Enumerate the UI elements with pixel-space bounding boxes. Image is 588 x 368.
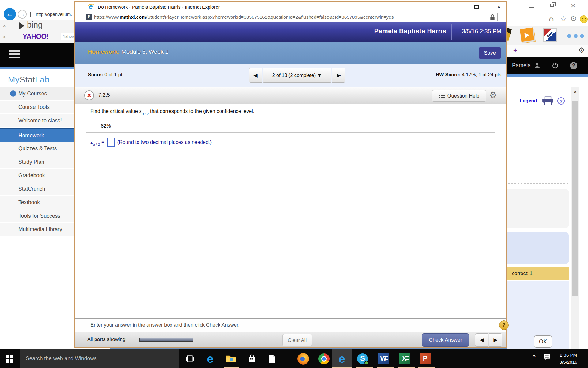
sidebar-item-textbook[interactable]: Textbook xyxy=(0,196,75,209)
firefox-icon xyxy=(297,353,309,365)
close-window-icon[interactable]: × xyxy=(570,2,576,9)
add-tab-plus-icon[interactable]: + xyxy=(513,47,517,55)
sidebar-item-tools-for-success[interactable]: Tools for Success xyxy=(0,209,75,222)
clear-all-button[interactable]: Clear All xyxy=(282,334,312,346)
sidebar-item-study-plan[interactable]: Study Plan xyxy=(0,155,75,168)
save-button[interactable]: Save xyxy=(479,47,501,59)
help-icon[interactable]: ? xyxy=(570,62,577,69)
close-button[interactable]: × xyxy=(497,3,501,10)
more-options-dots-icon[interactable] xyxy=(567,34,586,39)
forward-button[interactable]: → xyxy=(18,10,27,19)
settings-gear-icon[interactable]: ⚙ xyxy=(570,14,577,23)
notification-center-button[interactable] xyxy=(543,353,551,362)
windows-logo-icon xyxy=(6,355,13,363)
internet-explorer-icon: e xyxy=(87,3,95,10)
question-prompt: Find the critical value zα / 2 that corr… xyxy=(90,108,254,115)
sidebar-item-statcrunch[interactable]: StatCrunch xyxy=(0,182,75,195)
taskbar-edge-button[interactable]: e xyxy=(203,351,217,366)
tray-show-hidden-icons-button[interactable]: ^ xyxy=(532,353,536,360)
question-settings-gear-icon[interactable]: ⚙ xyxy=(489,90,497,100)
lock-icon xyxy=(490,14,495,20)
person-icon[interactable] xyxy=(534,62,541,69)
taskbar-search-input[interactable] xyxy=(20,349,179,368)
sidebar-item-welcome[interactable]: Welcome to class! xyxy=(0,114,75,127)
powerpoint-icon: P xyxy=(420,353,431,364)
scrollbar-up-arrow[interactable]: ^ xyxy=(571,88,579,98)
question-toolbar: × 7.2.5 Question Help ⚙ xyxy=(75,87,506,104)
bing-tiles-icon[interactable]: ▶ xyxy=(520,28,534,42)
sidebar-item-label: Quizzes & Tests xyxy=(18,145,57,151)
forward-icon: → xyxy=(20,11,25,17)
feedback-smiley-icon[interactable] xyxy=(580,15,588,23)
check-answer-button[interactable]: Check Answer xyxy=(422,333,469,347)
close-bing-toolbar-button[interactable]: x xyxy=(3,23,6,28)
sidebar-item-label: My Courses xyxy=(18,90,47,97)
sidebar-item-gradebook[interactable]: Gradebook xyxy=(0,169,75,182)
minimize-button[interactable] xyxy=(450,7,456,7)
help-question-icon[interactable]: ? xyxy=(499,320,509,330)
back-button[interactable]: ← xyxy=(4,8,16,20)
power-icon[interactable] xyxy=(552,62,559,69)
taskbar-document-button[interactable] xyxy=(265,351,279,366)
legend-panel-lavender xyxy=(502,232,569,264)
yahoo-logo[interactable]: YAHOO! xyxy=(23,33,48,41)
maximize-button[interactable] xyxy=(474,5,479,9)
favorites-star-icon[interactable]: ☆ xyxy=(560,14,567,23)
sidebar-item-quizzes-tests[interactable]: Quizzes & Tests xyxy=(0,142,75,155)
all-parts-label: All parts showing xyxy=(87,336,126,342)
taskbar-firefox-button[interactable] xyxy=(296,351,311,366)
scrollbar-thumb[interactable] xyxy=(572,101,578,296)
next-question-button[interactable]: ▶ xyxy=(332,68,345,83)
taskbar-excel-button[interactable]: X xyxy=(397,351,412,366)
footer-previous-button[interactable]: ◀ xyxy=(475,333,488,347)
sidebar-item-multimedia-library[interactable]: Multimedia Library xyxy=(0,223,75,236)
taskbar-skype-button[interactable]: S xyxy=(355,351,370,366)
window-titlebar[interactable]: e Do Homework - Pamela Baptiste Harris -… xyxy=(75,2,506,12)
close-yahoo-toolbar-button[interactable]: x xyxy=(3,34,6,39)
ok-button[interactable]: OK xyxy=(534,335,552,348)
question-select-dropdown[interactable]: 2 of 13 (2 complete) ▼ xyxy=(263,68,331,83)
taskbar-store-button[interactable] xyxy=(244,351,259,366)
taskbar-word-button[interactable]: W xyxy=(376,351,391,366)
hamburger-menu-icon[interactable] xyxy=(9,50,20,60)
sidebar-item-label: Tools for Success xyxy=(18,213,60,219)
task-view-button[interactable] xyxy=(183,351,197,366)
sidebar-item-label: Multimedia Library xyxy=(18,226,62,232)
start-button[interactable] xyxy=(0,349,19,368)
score-text: Score: 0 of 1 pt xyxy=(88,72,122,78)
bing-label[interactable]: bing xyxy=(27,20,43,30)
dashed-divider xyxy=(508,183,568,184)
previous-question-button[interactable]: ◀ xyxy=(249,68,262,83)
legend-help-icon[interactable]: ? xyxy=(557,97,565,105)
question-help-label: Question Help xyxy=(447,93,480,99)
account-bar: Pamela ? xyxy=(504,57,588,74)
page-settings-gear-icon[interactable]: ⚙ xyxy=(578,46,585,55)
notification-icon xyxy=(543,353,551,361)
url-field[interactable]: P https://www.mathxl.com/Student/PlayerH… xyxy=(84,13,498,21)
taskbar-powerpoint-button[interactable]: P xyxy=(418,351,432,366)
legend-link[interactable]: Legend xyxy=(520,98,537,104)
home-icon[interactable]: ⌂ xyxy=(549,14,554,23)
restore-window-icon[interactable] xyxy=(550,4,554,7)
footer-next-button[interactable]: ▶ xyxy=(489,333,502,347)
correct-count-row: correct: 1 xyxy=(502,267,569,280)
sidebar-item-label: Welcome to class! xyxy=(18,117,62,124)
show-desktop-edge[interactable] xyxy=(586,351,586,366)
taskbar-file-explorer-button[interactable] xyxy=(224,351,238,366)
yahoo-search-input[interactable]: Yahoo Se xyxy=(61,33,75,40)
taskbar-chrome-button[interactable] xyxy=(317,351,331,366)
assignment-title: Module 5, Week 1 xyxy=(122,48,168,55)
sidebar-item-homework[interactable]: Homework xyxy=(0,129,75,142)
account-user-name[interactable]: Pamela xyxy=(512,62,531,69)
taskbar-ie-button[interactable]: e xyxy=(334,351,349,366)
hw-score-text: HW Score: 4.17%, 1 of 24 pts xyxy=(436,72,501,78)
address-bar[interactable]: http://openvellum. xyxy=(28,10,75,19)
minimize-window-icon[interactable] xyxy=(529,7,534,8)
print-icon[interactable] xyxy=(542,96,554,105)
tray-clock[interactable]: 2:36 PM 3/5/2016 xyxy=(553,351,584,366)
question-help-button[interactable]: Question Help xyxy=(432,90,486,102)
sidebar-item-course-tools[interactable]: Course Tools xyxy=(0,101,75,113)
sidebar-item-my-courses[interactable]: ‹ My Courses xyxy=(0,87,75,100)
security-check-icon[interactable]: ✓ xyxy=(543,28,557,42)
answer-input[interactable] xyxy=(107,138,115,147)
